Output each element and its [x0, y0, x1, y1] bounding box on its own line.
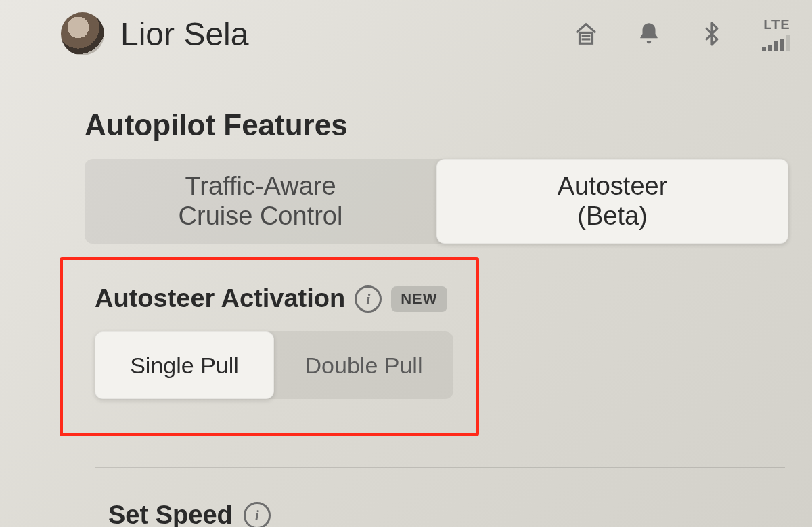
- new-badge: NEW: [391, 286, 447, 312]
- status-bar: Lior Sela: [0, 7, 812, 61]
- activation-pull-selector: Single Pull Double Pull: [95, 331, 453, 399]
- autopilot-mode-selector: Traffic-Aware Cruise Control Autosteer (…: [85, 159, 788, 244]
- svg-rect-7: [786, 35, 790, 51]
- divider: [95, 467, 785, 468]
- mode-option-tacc-line1: Traffic-Aware: [179, 172, 343, 202]
- homelink-icon[interactable]: [573, 21, 599, 47]
- svg-rect-6: [780, 39, 784, 51]
- activation-option-double-pull[interactable]: Double Pull: [274, 331, 453, 399]
- notifications-bell-icon[interactable]: [636, 21, 662, 47]
- mode-option-tacc[interactable]: Traffic-Aware Cruise Control: [85, 159, 436, 244]
- user-name[interactable]: Lior Sela: [120, 16, 248, 53]
- mode-option-autosteer-line2: (Beta): [558, 202, 668, 231]
- info-icon[interactable]: i: [355, 285, 382, 313]
- svg-rect-0: [580, 32, 593, 43]
- set-speed-label: Set Speed: [108, 501, 233, 527]
- network-label: LTE: [763, 17, 790, 32]
- section-title: Autopilot Features: [85, 108, 348, 142]
- svg-rect-4: [768, 45, 772, 51]
- settings-screen: Lior Sela: [0, 0, 812, 527]
- info-icon[interactable]: i: [244, 502, 271, 528]
- mode-option-autosteer-line1: Autosteer: [558, 172, 668, 202]
- activation-option-single-pull[interactable]: Single Pull: [95, 331, 274, 399]
- mode-option-autosteer[interactable]: Autosteer (Beta): [436, 159, 788, 244]
- mode-option-tacc-line2: Cruise Control: [179, 202, 343, 231]
- autosteer-activation-row: Autosteer Activation i NEW: [95, 284, 447, 313]
- status-icons: LTE: [573, 17, 798, 51]
- cellular-signal[interactable]: LTE: [762, 17, 792, 51]
- bluetooth-icon[interactable]: [699, 19, 725, 49]
- svg-rect-3: [762, 47, 766, 51]
- svg-rect-5: [774, 41, 778, 51]
- signal-bars-icon: [762, 35, 792, 51]
- autosteer-activation-label: Autosteer Activation: [95, 284, 345, 313]
- set-speed-row: Set Speed i: [108, 501, 271, 527]
- user-avatar[interactable]: [61, 12, 104, 55]
